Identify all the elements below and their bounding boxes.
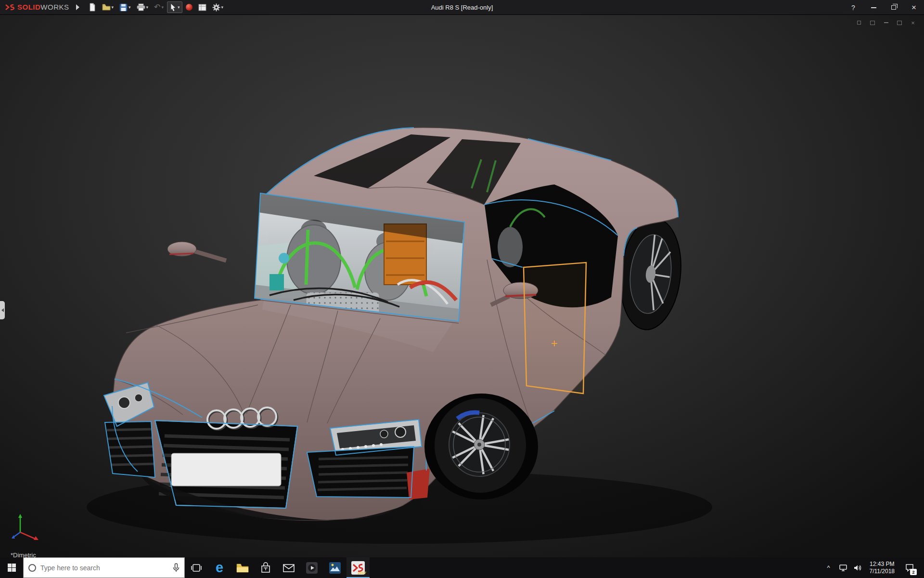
save-floppy-icon [119,3,128,12]
feature-panel-collapse-tab[interactable] [0,301,5,319]
clock-date: 7/11/2018 [870,568,895,575]
titlebar: SOLIDWORKS ▾ [0,0,924,15]
undo-dropdown-caret: ▾ [162,5,164,10]
microphone-icon[interactable] [173,563,180,573]
sheet-format-button[interactable] [196,2,209,13]
file-explorer-button[interactable] [231,557,254,578]
taskbar-clock[interactable]: 12:43 PM 7/11/2018 [866,561,899,575]
volume-icon [853,564,862,572]
window-controls: ? × [843,0,924,15]
file-explorer-icon [236,563,249,573]
menu-flyout-arrow[interactable] [76,4,79,10]
gear-icon [212,3,220,12]
restore-icon [891,5,896,10]
window-title: Audi R8 S [Read-only] [431,4,493,11]
solidworks-logo-icon [5,3,15,11]
brand-light: WORKS [40,3,69,11]
solidworks-year-label: 2017 [358,571,366,575]
windows-taskbar: e [0,557,924,578]
solidworks-app-icon: 2017 [351,561,365,575]
viewport-3d[interactable]: × *Dimetric [0,15,924,557]
minimize-button[interactable] [863,0,884,15]
doc-close-icon[interactable]: × [909,19,917,26]
edge-button[interactable]: e [208,557,231,578]
network-button[interactable] [837,557,849,578]
solidworks-window: SOLIDWORKS ▾ [0,0,924,578]
undo-button[interactable]: ↶ ▾ [152,2,166,13]
save-dropdown-caret[interactable]: ▾ [128,5,131,10]
undo-icon: ↶ [154,3,160,11]
media-player-icon [306,562,318,574]
selected-door-panel[interactable] [524,263,586,394]
open-folder-icon [102,3,111,11]
close-icon: × [911,3,916,12]
options-button[interactable]: ▾ [210,2,226,13]
edge-icon: e [216,561,223,575]
volume-button[interactable] [851,557,864,578]
solidworks-logo: SOLIDWORKS [0,3,73,12]
red-accent [407,469,430,499]
quick-access-toolbar: ▾ ▾ ▾ ↶ ▾ [86,1,226,13]
restore-button[interactable] [884,0,904,15]
car-model-audi-r8[interactable] [0,15,924,557]
help-button[interactable]: ? [843,0,863,15]
photos-button[interactable] [323,557,346,578]
cortana-icon [28,564,36,572]
doc-maximize-icon[interactable] [895,19,904,26]
task-view-button[interactable] [185,557,208,578]
taskbar-search[interactable] [23,557,185,578]
action-center-button[interactable]: 2 [900,557,919,578]
store-button[interactable] [254,557,277,578]
task-view-icon [191,563,202,573]
open-button[interactable]: ▾ [100,2,116,13]
document-window-controls: × [855,19,917,26]
start-button[interactable] [0,557,23,578]
windows-logo-icon [8,564,16,572]
open-dropdown-caret[interactable]: ▾ [112,5,114,10]
select-dropdown-caret[interactable]: ▾ [178,5,180,10]
photos-icon [329,562,341,574]
appearance-button[interactable] [183,2,195,12]
left-intake[interactable] [105,421,155,477]
select-cursor-icon [169,3,177,12]
front-wheel[interactable] [424,394,538,499]
system-tray: ^ 12:43 PM 7/11/2018 [822,557,924,578]
doc-window-restore-icon[interactable] [855,19,863,26]
solidworks-taskbar-button[interactable]: 2017 [346,557,370,578]
orientation-triad[interactable] [11,513,41,543]
new-document-icon [89,3,96,12]
store-bag-icon [260,562,271,574]
doc-window-icon[interactable] [868,19,877,26]
notification-badge: 2 [910,569,917,575]
hidden-icons-button[interactable]: ^ [822,557,835,578]
mail-button[interactable] [277,557,300,578]
mail-envelope-icon [282,563,295,573]
minimize-icon [871,7,876,8]
print-button[interactable]: ▾ [134,2,151,13]
sheet-format-icon [198,4,206,11]
select-tool-button[interactable]: ▾ [167,1,182,13]
network-icon [839,564,847,572]
print-dropdown-caret[interactable]: ▾ [146,5,149,10]
print-icon [137,3,145,11]
close-button[interactable]: × [904,0,924,15]
save-button[interactable]: ▾ [117,2,133,13]
left-mirror[interactable] [167,242,226,261]
new-document-button[interactable] [86,1,99,13]
doc-minimize-icon[interactable] [882,19,890,26]
media-player-button[interactable] [300,557,323,578]
search-input[interactable] [40,564,168,572]
license-plate-blank [171,453,281,486]
clock-time: 12:43 PM [870,561,894,568]
brand-bold: SOLID [17,3,40,11]
options-dropdown-caret[interactable]: ▾ [221,5,224,10]
view-orientation-label: *Dimetric [11,552,36,557]
appearance-sphere-icon [186,4,192,11]
